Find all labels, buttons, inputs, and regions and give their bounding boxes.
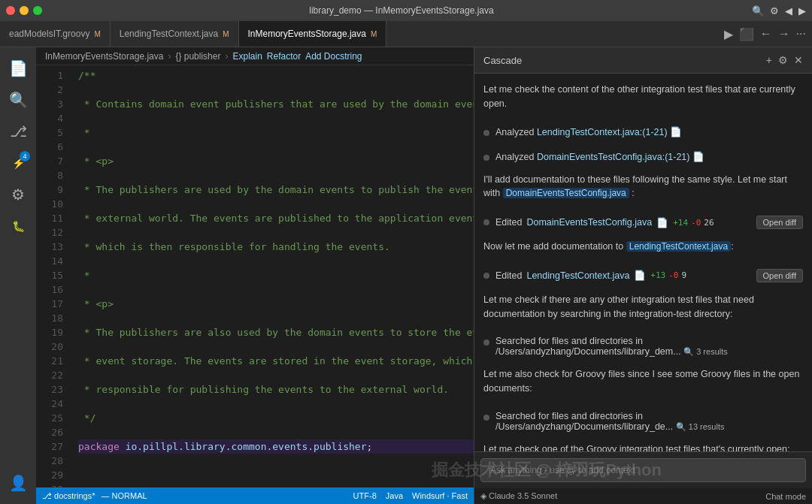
editor-mode: — NORMAL xyxy=(101,491,147,500)
diff-row-1: Edited DomainEventsTestConfig.java 📄 +14… xyxy=(483,216,803,229)
ai-input-area xyxy=(474,451,812,488)
minimize-button[interactable] xyxy=(20,6,29,15)
bullet-icon xyxy=(483,340,489,346)
domain-ref[interactable]: DomainEventsTestConfig.java xyxy=(503,188,629,198)
maximize-button[interactable] xyxy=(33,6,42,15)
status-bar-left: ⎇ docstrings* — NORMAL xyxy=(42,491,147,501)
sidebar-item-search[interactable]: 🔍 xyxy=(3,85,33,115)
activity-bar: 📄 🔍 ⎇ ⚡ 4 ⚙ 🐛 👤 xyxy=(0,47,36,504)
open-diff-btn-2[interactable]: Open diff xyxy=(756,269,803,282)
sidebar-item-terminal[interactable]: 👤 xyxy=(3,468,33,498)
breadcrumb-scope: {} publisher xyxy=(175,51,220,62)
git-branch[interactable]: ⎇ docstrings* xyxy=(42,491,95,501)
ai-panel: Cascade + ⚙ ✕ Let me check the content o… xyxy=(474,47,812,504)
debug-icon: 🐛 xyxy=(12,220,25,232)
language-mode[interactable]: Java xyxy=(386,491,403,500)
ai-chat-input[interactable] xyxy=(480,458,806,482)
search-icon[interactable]: 🔍 xyxy=(752,5,764,17)
tab-label: InMemoryEventsStorage.java xyxy=(248,29,366,39)
nav-prev-icon[interactable]: ← xyxy=(760,27,772,41)
breadcrumb: InMemoryEventsStorage.java › {} publishe… xyxy=(36,47,474,65)
claude-icon: ◈ xyxy=(480,491,486,500)
breadcrumb-action-refactor[interactable]: Refactor xyxy=(267,51,301,62)
notification-badge: 4 xyxy=(20,151,30,161)
tab-actions: ▶ ⬛ ← → ··· xyxy=(718,21,812,47)
tab-modified-indicator: M xyxy=(371,30,377,38)
ai-message-6: Let me check one of the Groovy integrati… xyxy=(483,442,803,451)
extensions-icon: ⚙ xyxy=(11,186,25,204)
user-icon: 👤 xyxy=(9,474,28,492)
breadcrumb-file: InMemoryEventsStorage.java xyxy=(45,51,163,62)
play-icon[interactable]: ▶ xyxy=(724,27,733,41)
ai-message-3: Now let me add documentation to LendingT… xyxy=(483,240,803,258)
add-icon[interactable]: + xyxy=(766,54,772,66)
tab-lendingtestcontext[interactable]: LendingTestContext.java M xyxy=(111,21,239,47)
ai-mode[interactable]: Windsurf · Fast xyxy=(412,491,468,500)
breadcrumb-action-docstring[interactable]: Add Docstring xyxy=(305,51,362,62)
settings-icon[interactable]: ⚙ xyxy=(778,54,788,66)
ai-message-2: I'll add documentation to these files fo… xyxy=(483,173,803,206)
edited-file-lending[interactable]: LendingTestContext.java xyxy=(526,270,629,281)
edited-file-domain[interactable]: DomainEventsTestConfig.java xyxy=(526,217,652,228)
analyzed-item-1: Analyzed LendingTestContext.java:(1-21) … xyxy=(483,126,803,137)
nav-forward-icon[interactable]: ▶ xyxy=(798,5,806,17)
main-content: 📄 🔍 ⎇ ⚡ 4 ⚙ 🐛 👤 InMemoryEventsStorage.ja… xyxy=(0,47,812,504)
close-icon[interactable]: ✕ xyxy=(794,54,803,66)
breadcrumb-action-explain[interactable]: Explain xyxy=(232,51,262,62)
status-bar: ⎇ docstrings* — NORMAL UTF-8 Java Windsu… xyxy=(36,487,474,504)
nav-back-icon[interactable]: ◀ xyxy=(785,5,792,17)
search-result-2: Searched for files and directories in /U… xyxy=(483,411,803,432)
line-numbers: 12345 678910 1112131415 1617181920 21222… xyxy=(36,65,72,487)
diff-row-2: Edited LendingTestContext.java 📄 +13 -0 … xyxy=(483,269,803,282)
sidebar-item-extensions[interactable]: ⚙ xyxy=(3,180,33,210)
tab-inmemoryeventsstorage[interactable]: InMemoryEventsStorage.java M xyxy=(239,21,387,47)
ai-panel-header: Cascade + ⚙ ✕ xyxy=(474,47,812,74)
status-bar-right: UTF-8 Java Windsurf · Fast xyxy=(344,491,468,500)
ai-footer: ◈ Claude 3.5 Sonnet Chat mode xyxy=(474,488,812,504)
more-icon[interactable]: ··· xyxy=(796,27,806,41)
traffic-lights xyxy=(6,6,42,15)
files-icon: 📄 xyxy=(9,59,28,77)
bullet-icon xyxy=(483,155,489,161)
ai-mode-label[interactable]: Chat mode xyxy=(765,492,806,501)
ai-model-label[interactable]: ◈ Claude 3.5 Sonnet xyxy=(480,491,557,501)
code-content[interactable]: /** * Contains domain event publishers t… xyxy=(72,65,474,487)
search-icon: 🔍 xyxy=(9,91,28,109)
bullet-icon xyxy=(483,130,489,136)
lending-ref[interactable]: LendingTestContext.java xyxy=(626,241,731,252)
bullet-icon xyxy=(483,219,489,225)
ai-message-1: Let me check the content of the other in… xyxy=(483,83,803,116)
open-diff-btn-1[interactable]: Open diff xyxy=(756,216,803,229)
tab-readmodels[interactable]: eadModelsIT.groovy M xyxy=(0,21,111,47)
file-ref-domain[interactable]: DomainEventsTestConfig.java:(1-21) xyxy=(537,152,690,162)
search-result-1: Searched for files and directories in /U… xyxy=(483,336,803,357)
title-bar: library_demo — InMemoryEventsStorage.jav… xyxy=(0,0,812,21)
encoding[interactable]: UTF-8 xyxy=(353,491,377,500)
sidebar-item-debug[interactable]: 🐛 xyxy=(3,211,33,241)
tab-bar: eadModelsIT.groovy M LendingTestContext.… xyxy=(0,21,812,47)
ai-message-5: Let me also check for Groovy files since… xyxy=(483,367,803,400)
ai-panel-title: Cascade xyxy=(483,55,760,66)
settings-icon[interactable]: ⚙ xyxy=(770,5,779,17)
title-bar-icons: 🔍 ⚙ ◀ ▶ xyxy=(752,5,806,17)
ai-messages[interactable]: Let me check the content of the other in… xyxy=(474,74,812,451)
window-title: library_demo — InMemoryEventsStorage.jav… xyxy=(51,5,752,16)
analyzed-item-2: Analyzed DomainEventsTestConfig.java:(1-… xyxy=(483,151,803,162)
sidebar-item-explorer[interactable]: 📄 xyxy=(3,53,33,83)
file-ref-lending[interactable]: LendingTestContext.java:(1-21) xyxy=(537,127,668,137)
git-icon: ⎇ xyxy=(10,122,27,140)
nav-next-icon[interactable]: → xyxy=(778,27,790,41)
ai-message-4: Let me check if there are any other inte… xyxy=(483,293,803,326)
sidebar-item-git[interactable]: ⎇ xyxy=(3,116,33,146)
split-icon[interactable]: ⬛ xyxy=(739,27,754,41)
tab-label: eadModelsIT.groovy xyxy=(9,29,89,39)
code-editor[interactable]: 12345 678910 1112131415 1617181920 21222… xyxy=(36,65,474,487)
bullet-icon xyxy=(483,415,489,421)
tab-modified-indicator: M xyxy=(94,30,100,38)
tab-modified-indicator: M xyxy=(223,30,229,38)
sidebar-item-ai[interactable]: ⚡ 4 xyxy=(3,148,33,178)
close-button[interactable] xyxy=(6,6,15,15)
ai-header-icons: + ⚙ ✕ xyxy=(766,54,803,66)
tab-label: LendingTestContext.java xyxy=(120,29,218,39)
editor-area: InMemoryEventsStorage.java › {} publishe… xyxy=(36,47,474,504)
